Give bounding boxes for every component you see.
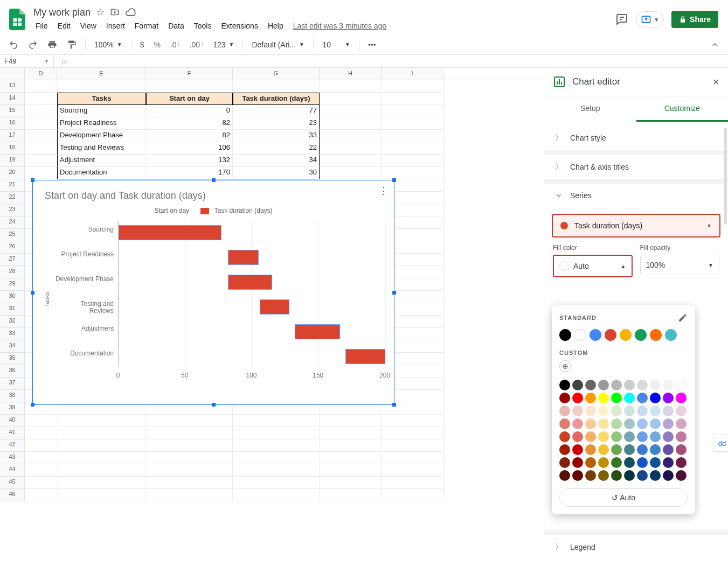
color-swatch[interactable] — [676, 380, 687, 390]
color-swatch[interactable] — [663, 406, 674, 416]
cell[interactable] — [233, 489, 320, 501]
cell[interactable] — [320, 464, 382, 477]
cell[interactable] — [382, 155, 443, 167]
menu-data[interactable]: Data — [164, 19, 189, 32]
format-currency-icon[interactable]: $ — [137, 38, 148, 51]
add-custom-color-button[interactable]: ⊕ — [559, 360, 571, 372]
cell[interactable] — [382, 477, 443, 489]
row-header[interactable]: 34 — [0, 340, 25, 353]
cell[interactable]: Tasks — [57, 93, 146, 105]
color-swatch[interactable] — [676, 457, 687, 468]
cell[interactable] — [382, 439, 443, 452]
cell[interactable]: Adjustment — [57, 155, 146, 167]
color-swatch[interactable] — [559, 431, 570, 442]
color-swatch[interactable] — [624, 470, 635, 481]
cell[interactable] — [382, 142, 443, 155]
cell[interactable] — [320, 167, 382, 179]
color-swatch[interactable] — [559, 470, 570, 481]
tab-setup[interactable]: Setup — [544, 96, 636, 122]
cell[interactable] — [25, 155, 57, 167]
menu-format[interactable]: Format — [130, 19, 163, 32]
cell[interactable] — [320, 93, 382, 105]
row-header[interactable]: 17 — [0, 130, 25, 142]
collapse-toolbar-icon[interactable] — [708, 38, 723, 51]
cell[interactable] — [382, 80, 443, 93]
fill-color-select[interactable]: Auto ▲ — [553, 255, 633, 277]
menu-view[interactable]: View — [76, 19, 101, 32]
row-header[interactable]: 18 — [0, 142, 25, 155]
color-swatch[interactable] — [624, 418, 635, 429]
color-swatch[interactable] — [585, 431, 596, 442]
color-swatch[interactable] — [611, 393, 622, 403]
cell[interactable] — [25, 105, 57, 117]
color-swatch[interactable] — [572, 444, 583, 455]
cell[interactable] — [25, 130, 57, 142]
gantt-bar[interactable] — [228, 250, 259, 265]
row-header[interactable]: 29 — [0, 278, 25, 291]
auto-color-button[interactable]: ↺ Auto — [559, 488, 688, 507]
color-swatch[interactable] — [572, 393, 583, 403]
name-box[interactable]: F49▼ — [0, 55, 54, 67]
cell[interactable] — [233, 452, 320, 464]
cell[interactable]: Sourcing — [57, 105, 146, 117]
color-swatch[interactable] — [598, 457, 609, 468]
cell[interactable]: Documentation — [57, 167, 146, 179]
cell[interactable] — [233, 415, 320, 427]
row-header[interactable]: 14 — [0, 93, 25, 105]
column-header[interactable]: G — [233, 68, 320, 80]
row-header[interactable]: 22 — [0, 192, 25, 204]
color-swatch[interactable] — [572, 457, 583, 468]
color-swatch[interactable] — [611, 418, 622, 429]
color-swatch[interactable] — [637, 457, 648, 468]
cell[interactable] — [146, 452, 233, 464]
last-edit-link[interactable]: Last edit was 3 minutes ago — [293, 22, 387, 30]
series-selector[interactable]: Task duration (days) ▼ — [552, 214, 720, 237]
cell[interactable] — [146, 477, 233, 489]
more-tools-icon[interactable]: ••• — [365, 38, 379, 51]
tab-customize[interactable]: Customize — [636, 96, 729, 122]
cloud-status-icon[interactable] — [125, 8, 136, 17]
color-swatch[interactable] — [598, 418, 609, 429]
color-swatch[interactable] — [663, 457, 674, 468]
row-header[interactable]: 45 — [0, 477, 25, 489]
cell[interactable] — [25, 427, 57, 439]
zoom-select[interactable]: 100% ▼ — [91, 38, 126, 51]
color-swatch[interactable] — [559, 393, 570, 403]
row-header[interactable]: 32 — [0, 316, 25, 328]
color-swatch[interactable] — [598, 431, 609, 442]
color-swatch[interactable] — [611, 380, 622, 390]
color-swatch[interactable] — [572, 431, 583, 442]
color-swatch[interactable] — [559, 444, 570, 455]
row-header[interactable]: 27 — [0, 254, 25, 266]
color-swatch[interactable] — [663, 444, 674, 455]
row-header[interactable]: 28 — [0, 266, 25, 278]
row-header[interactable]: 20 — [0, 167, 25, 179]
row-header[interactable]: 41 — [0, 427, 25, 439]
color-swatch[interactable] — [585, 406, 596, 416]
color-swatch[interactable] — [663, 393, 674, 403]
row-header[interactable]: 33 — [0, 328, 25, 340]
cell[interactable] — [320, 477, 382, 489]
cell[interactable] — [57, 439, 146, 452]
cell[interactable] — [320, 117, 382, 130]
share-button[interactable]: Share — [671, 11, 718, 28]
cell[interactable] — [382, 167, 443, 179]
color-swatch[interactable] — [624, 444, 635, 455]
cell[interactable] — [382, 117, 443, 130]
color-swatch[interactable] — [637, 444, 648, 455]
cell[interactable] — [57, 464, 146, 477]
color-swatch[interactable] — [559, 406, 570, 416]
cell[interactable] — [25, 439, 57, 452]
cell[interactable] — [25, 415, 57, 427]
color-swatch[interactable] — [624, 393, 635, 403]
cell[interactable] — [382, 93, 443, 105]
color-swatch[interactable] — [624, 380, 635, 390]
color-swatch[interactable] — [611, 444, 622, 455]
color-swatch[interactable] — [650, 406, 661, 416]
menu-file[interactable]: File — [31, 19, 52, 32]
select-all-corner[interactable] — [0, 68, 25, 80]
color-swatch[interactable] — [650, 329, 662, 341]
cell[interactable]: 0 — [146, 105, 233, 117]
row-header[interactable]: 26 — [0, 241, 25, 254]
color-swatch[interactable] — [559, 457, 570, 468]
